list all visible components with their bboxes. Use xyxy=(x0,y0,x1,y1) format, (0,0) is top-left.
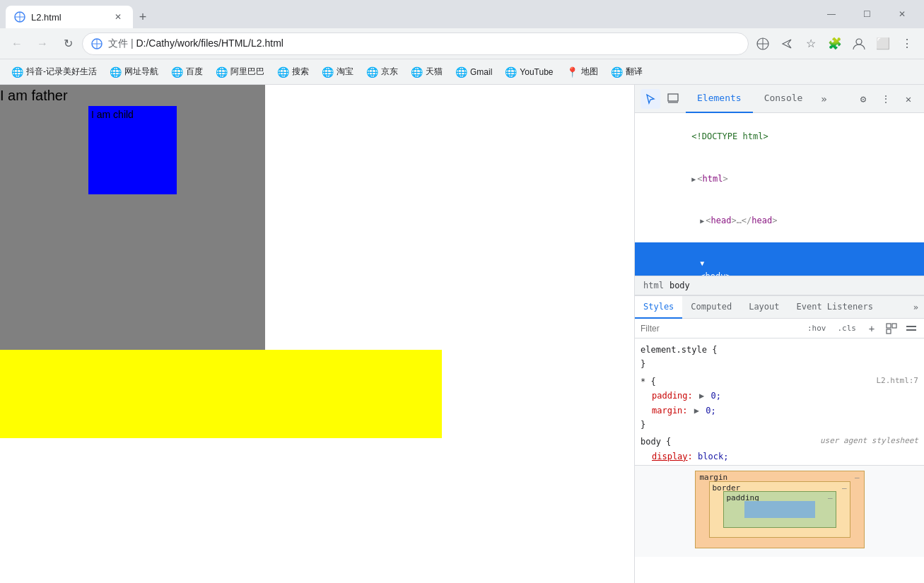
svg-rect-13 xyxy=(892,324,896,328)
html-doctype[interactable]: <!DOCTYPE html> xyxy=(635,116,924,158)
html-body-tag[interactable]: ▼ <body> == $0 xyxy=(635,242,924,276)
bookmark-label-7: 天猫 xyxy=(426,66,443,78)
html-head-tag[interactable]: ▶<head>…</head> xyxy=(635,200,924,242)
devtools-breadcrumb: html body xyxy=(635,276,924,295)
bookmark-favicon-10: 📍 xyxy=(566,66,578,78)
child-div: I am child xyxy=(88,106,177,194)
child-text: I am child xyxy=(88,106,136,123)
devtools-tabs: Elements Console » xyxy=(686,85,850,113)
styles-tab-styles[interactable]: Styles xyxy=(635,296,682,319)
bookmark-label-11: 翻译 xyxy=(626,66,643,78)
bookmark-favicon-6: 🌐 xyxy=(366,66,378,78)
style-rule-element: element.style { } xyxy=(635,341,924,373)
styles-content: element.style { } * { L2.html:7 padding:… xyxy=(635,338,924,465)
padding-dash: – xyxy=(828,493,833,502)
devtools-close-btn[interactable]: ✕ xyxy=(899,89,918,109)
bookmark-favicon-9: 🌐 xyxy=(505,66,517,78)
bookmark-baidu[interactable]: 🌐 百度 xyxy=(165,63,209,81)
box-model-area: margin – border – padding – xyxy=(635,465,924,557)
devtools-panel: Elements Console » ⚙ ⋮ ✕ <!DOCTYPE html>… xyxy=(634,85,924,583)
extension-icon[interactable]: 🧩 xyxy=(824,33,846,55)
more-options-icon[interactable]: ⋮ xyxy=(896,33,918,55)
bookmark-youtube[interactable]: 🌐 YouTube xyxy=(499,63,559,81)
border-dash: – xyxy=(842,483,847,493)
tab-bar: L2.html ✕ + xyxy=(6,0,809,28)
bookmark-gmail[interactable]: 🌐 Gmail xyxy=(450,63,498,81)
side-panel-icon[interactable]: ⬜ xyxy=(872,33,894,55)
margin-dash: – xyxy=(855,473,860,482)
devtools-more-options-btn[interactable]: ⋮ xyxy=(876,89,896,109)
bookmark-jd[interactable]: 🌐 京东 xyxy=(361,63,404,81)
bookmark-favicon-0: 🌐 xyxy=(11,66,23,78)
profile-icon[interactable] xyxy=(848,33,870,55)
forward-button[interactable]: → xyxy=(31,33,54,55)
bookmark-maps[interactable]: 📍 地图 xyxy=(561,63,604,81)
bookmark-favicon-5: 🌐 xyxy=(322,66,334,78)
bookmark-translate[interactable]: 🌐 翻译 xyxy=(605,63,648,81)
svg-rect-14 xyxy=(887,329,891,334)
devtools-header: Elements Console » ⚙ ⋮ ✕ xyxy=(635,85,924,113)
breadcrumb-body[interactable]: body xyxy=(667,279,693,292)
styles-tab-layout[interactable]: Layout xyxy=(740,296,788,319)
breadcrumb-html[interactable]: html xyxy=(641,279,667,292)
filter-layout-btn[interactable] xyxy=(884,322,899,336)
translate-icon[interactable] xyxy=(752,33,774,55)
bookmark-label-8: Gmail xyxy=(470,67,492,77)
devtools-tab-console[interactable]: Console xyxy=(753,85,814,113)
svg-rect-12 xyxy=(887,324,891,328)
bookmark-favicon-11: 🌐 xyxy=(611,66,623,78)
back-button[interactable]: ← xyxy=(6,33,28,55)
filter-bar: :hov .cls + xyxy=(635,319,924,338)
bookmark-tmall[interactable]: 🌐 天猫 xyxy=(405,63,448,81)
father-text: I am father xyxy=(0,85,265,104)
devtools-inspector-btn[interactable] xyxy=(663,89,683,109)
bookmark-nav[interactable]: 🌐 网址导航 xyxy=(104,63,164,81)
bookmark-search[interactable]: 🌐 搜索 xyxy=(271,63,315,81)
svg-rect-10 xyxy=(668,94,678,101)
box-content xyxy=(744,501,815,518)
page-content: I am father I am child xyxy=(0,85,634,583)
main-area: I am father I am child Elements xyxy=(0,85,924,583)
devtools-settings-btn[interactable]: ⚙ xyxy=(853,89,873,109)
reload-button[interactable]: ↻ xyxy=(57,33,79,55)
tab-title-text: L2.html xyxy=(31,12,106,23)
styles-tab-event[interactable]: Event Listeners xyxy=(788,296,882,319)
bookmark-favicon-4: 🌐 xyxy=(277,66,289,78)
bookmark-taobao[interactable]: 🌐 淘宝 xyxy=(316,63,359,81)
chrome-browser: L2.html ✕ + — ☐ ✕ ← → ↻ 文件 | D:/Cathy/wo… xyxy=(0,0,924,583)
filter-toggle-btn[interactable] xyxy=(904,322,918,336)
bookmark-favicon-3: 🌐 xyxy=(216,66,228,78)
bookmarks-bar: 🌐 抖音-记录美好生活 🌐 网址导航 🌐 百度 🌐 阿里巴巴 🌐 搜索 🌐 淘宝… xyxy=(0,59,924,85)
bookmark-alibaba[interactable]: 🌐 阿里巴巴 xyxy=(210,63,270,81)
window-controls: — ☐ ✕ xyxy=(815,3,918,25)
filter-hov-btn[interactable]: :hov xyxy=(805,322,829,334)
address-text: 文件 | D:/Cathy/work/files/HTML/L2.html xyxy=(108,37,739,50)
devtools-elements-panel: <!DOCTYPE html> ▶<html> ▶<head>…</head> … xyxy=(635,113,924,276)
bookmark-favicon-1: 🌐 xyxy=(110,66,122,78)
toolbar-icons: ☆ 🧩 ⬜ ⋮ xyxy=(752,33,918,55)
filter-cls-btn[interactable]: .cls xyxy=(835,322,860,334)
close-button[interactable]: ✕ xyxy=(886,3,918,25)
bookmark-favicon-7: 🌐 xyxy=(411,66,423,78)
minimize-button[interactable]: — xyxy=(815,3,848,25)
devtools-cursor-btn[interactable] xyxy=(641,89,660,109)
address-input[interactable]: 文件 | D:/Cathy/work/files/HTML/L2.html xyxy=(82,33,749,55)
tab-favicon xyxy=(14,11,25,23)
styles-more-tabs-btn[interactable]: » xyxy=(913,302,924,312)
bookmark-label-10: 地图 xyxy=(581,66,598,78)
filter-add-btn[interactable]: + xyxy=(865,322,879,336)
tab-close-button[interactable]: ✕ xyxy=(112,11,124,23)
address-bar: ← → ↻ 文件 | D:/Cathy/work/files/HTML/L2.h… xyxy=(0,28,924,59)
bookmark-douyin[interactable]: 🌐 抖音-记录美好生活 xyxy=(6,63,103,81)
filter-input[interactable] xyxy=(641,324,799,334)
active-tab[interactable]: L2.html ✕ xyxy=(6,6,133,28)
devtools-tab-elements[interactable]: Elements xyxy=(686,85,753,113)
styles-tab-computed[interactable]: Computed xyxy=(682,296,740,319)
father-div: I am father I am child xyxy=(0,85,265,350)
new-tab-button[interactable]: + xyxy=(133,7,153,27)
share-icon[interactable] xyxy=(776,33,798,55)
bookmark-star-icon[interactable]: ☆ xyxy=(800,33,822,55)
devtools-more-tabs-btn[interactable]: » xyxy=(814,89,834,109)
maximize-button[interactable]: ☐ xyxy=(850,3,883,25)
html-html-tag[interactable]: ▶<html> xyxy=(635,158,924,201)
